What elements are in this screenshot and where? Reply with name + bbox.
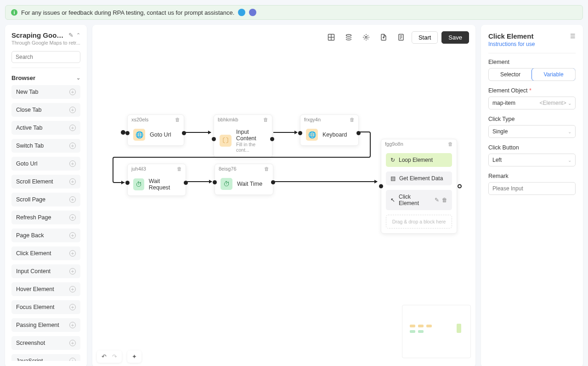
add-icon[interactable]: + [69, 196, 76, 203]
delete-icon[interactable]: 🗑 [177, 166, 182, 172]
info-banner: i For any issues or feedback during RPA … [5, 5, 583, 20]
edit-title-icon[interactable]: ✎ [68, 32, 74, 39]
properties-panel: Click Element ☰ Instructions for use Ele… [481, 25, 583, 366]
block-item-screenshot[interactable]: Screenshot+ [11, 336, 80, 350]
telegram-icon[interactable] [238, 9, 245, 16]
block-item-focus-element[interactable]: Focus Element+ [11, 300, 80, 314]
block-item-refresh-page[interactable]: Refresh Page+ [11, 211, 80, 224]
globe-icon: 🌐 [133, 129, 145, 141]
variable-tab[interactable]: Variable [531, 68, 576, 81]
loop-element-chip[interactable]: ↻Loop Element [386, 153, 452, 167]
loop-icon: ↻ [390, 157, 395, 163]
block-item-close-tab[interactable]: Close Tab+ [11, 103, 80, 117]
search-input[interactable] [11, 51, 80, 63]
element-mode-segment: Selector Variable [488, 68, 576, 81]
add-icon[interactable]: + [69, 107, 76, 113]
node-wait-time[interactable]: 8eisg76🗑 ⏱Wait Time [215, 164, 273, 195]
collapse-left-icon[interactable]: ⌃ [76, 32, 80, 38]
element-label: Element [488, 59, 576, 65]
info-icon: i [11, 9, 17, 16]
canvas-panel: Start Save xs20els🗑 🌐Goto Url bbhkmkb🗑 〔… [92, 25, 475, 366]
add-icon[interactable]: + [69, 250, 76, 257]
block-item-javascript[interactable]: JavaScript+ [11, 354, 80, 361]
block-item-active-tab[interactable]: Active Tab+ [11, 121, 80, 135]
output-port[interactable] [458, 184, 462, 189]
add-icon[interactable]: + [69, 322, 76, 328]
timer-icon: ⏱ [133, 178, 144, 190]
add-icon[interactable]: + [69, 143, 76, 149]
drop-zone[interactable]: Drag & drop a block here [386, 215, 452, 229]
add-icon[interactable]: + [69, 214, 76, 221]
get-element-data-chip[interactable]: ▤Get Element Data [386, 172, 452, 185]
block-item-page-back[interactable]: Page Back+ [11, 229, 80, 242]
discord-icon[interactable] [249, 9, 256, 16]
delete-icon[interactable]: 🗑 [263, 117, 268, 122]
undo-icon[interactable]: ↶ [102, 353, 107, 360]
prop-title: Click Element [488, 32, 533, 40]
block-item-passing-element[interactable]: Passing Element+ [11, 318, 80, 332]
click-element-chip[interactable]: ↖Click Element✎🗑 [386, 190, 452, 210]
minimap[interactable] [402, 305, 471, 358]
workflow-title: Scraping Google... [11, 31, 66, 39]
data-icon: ▤ [390, 175, 396, 182]
pointer-icon: ↖ [390, 197, 395, 203]
timer-icon: ⏱ [220, 178, 232, 190]
block-item-switch-tab[interactable]: Switch Tab+ [11, 139, 80, 153]
block-item-click-element[interactable]: Click Element+ [11, 246, 80, 260]
delete-icon[interactable]: 🗑 [442, 197, 447, 203]
click-type-select[interactable]: Single⌄ [488, 125, 576, 138]
add-icon[interactable]: + [69, 340, 76, 346]
block-item-input-content[interactable]: Input Content+ [11, 264, 80, 278]
delete-icon[interactable]: 🗑 [448, 141, 453, 147]
start-node[interactable] [121, 130, 125, 135]
selector-tab[interactable]: Selector [489, 69, 532, 80]
list-icon[interactable]: ☰ [570, 33, 576, 40]
remark-input[interactable] [488, 182, 576, 195]
delete-icon[interactable]: 🗑 [264, 166, 269, 172]
node-wait-request[interactable]: juh4il3🗑 ⏱Wait Request [127, 164, 186, 196]
add-icon[interactable]: + [69, 89, 76, 95]
magic-icon[interactable]: ✦ [132, 353, 137, 360]
edit-icon[interactable]: ✎ [435, 197, 439, 203]
add-icon[interactable]: + [69, 358, 76, 361]
add-icon[interactable]: + [69, 178, 76, 185]
cursor-icon: 〔〕 [220, 135, 232, 147]
add-icon[interactable]: + [69, 268, 76, 274]
workflow-subtitle: Through Google Maps to retr... [11, 40, 80, 46]
block-list: New Tab+Close Tab+Active Tab+Switch Tab+… [11, 85, 80, 361]
add-icon[interactable]: + [69, 304, 76, 310]
block-item-hover-element[interactable]: Hover Element+ [11, 282, 80, 296]
delete-icon[interactable]: 🗑 [350, 117, 355, 122]
block-item-scroll-page[interactable]: Scroll Page+ [11, 193, 80, 206]
add-icon[interactable]: + [69, 286, 76, 292]
node-input-content[interactable]: bbhkmkb🗑 〔〕Input ContentFill in the cont… [214, 114, 272, 158]
node-loop-container[interactable]: fgg9o8n🗑 ↻Loop Element ▤Get Element Data… [381, 139, 457, 234]
delete-icon[interactable]: 🗑 [175, 117, 180, 122]
add-icon[interactable]: + [69, 232, 76, 239]
left-panel: Scraping Google... ✎ ⌃ Through Google Ma… [5, 25, 87, 366]
globe-icon: 🌐 [306, 129, 318, 141]
element-object-input[interactable]: map-item<Element> ⌄ [488, 97, 576, 109]
block-item-new-tab[interactable]: New Tab+ [11, 85, 80, 99]
category-browser[interactable]: Browser⌄ [11, 74, 80, 81]
redo-icon[interactable]: ↷ [112, 353, 117, 360]
instructions-link[interactable]: Instructions for use [488, 41, 576, 47]
node-keyboard[interactable]: frxgy4n🗑 🌐Keyboard [300, 114, 359, 146]
node-goto-url[interactable]: xs20els🗑 🌐Goto Url [127, 114, 184, 146]
add-icon[interactable]: + [69, 160, 76, 167]
block-item-goto-url[interactable]: Goto Url+ [11, 157, 80, 171]
block-item-scroll-element[interactable]: Scroll Element+ [11, 175, 80, 189]
banner-text: For any issues or feedback during RPA te… [21, 9, 234, 16]
add-icon[interactable]: + [69, 125, 76, 131]
click-button-select[interactable]: Left⌄ [488, 154, 576, 166]
